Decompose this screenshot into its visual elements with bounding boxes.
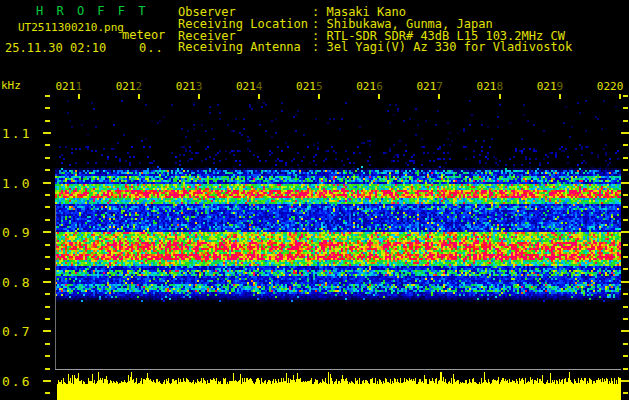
freq-minor-tick: [45, 306, 50, 308]
time-tick-label: 0212: [116, 81, 142, 92]
freq-minor-tick: [45, 219, 50, 221]
freq-minor-tick: [45, 107, 50, 109]
freq-minor-tick-right: [623, 318, 628, 320]
freq-minor-tick: [45, 169, 50, 171]
antenna-label: Receiving Antenna: [178, 41, 301, 53]
freq-tick-label: 1.1: [2, 127, 38, 140]
freq-minor-tick-right: [623, 293, 628, 295]
antenna-value: : 3el Yagi(V) Az 330 for Vladivostok: [312, 41, 572, 53]
freq-minor-tick-right: [623, 256, 628, 258]
freq-minor-tick-right: [623, 268, 628, 270]
freq-minor-tick-right: [623, 343, 628, 345]
freq-minor-tick: [45, 343, 50, 345]
time-tick-label-last-digit: 5: [316, 80, 323, 93]
freq-minor-tick-right: [623, 107, 628, 109]
time-tick: [438, 94, 440, 99]
freq-minor-tick-right: [623, 219, 628, 221]
freq-minor-tick: [45, 293, 50, 295]
freq-minor-tick: [45, 157, 50, 159]
freq-major-tick-right: [620, 231, 629, 233]
time-tick-label: 0218: [477, 81, 503, 92]
freq-minor-tick: [45, 194, 50, 196]
time-tick: [258, 94, 260, 99]
freq-minor-tick-right: [623, 169, 628, 171]
freq-minor-tick-right: [623, 392, 628, 394]
output-filename: UT2511300210.png: [18, 22, 124, 33]
freq-major-tick: [43, 281, 51, 283]
freq-major-tick: [43, 182, 51, 184]
freq-minor-tick: [45, 392, 50, 394]
freq-major-tick-right: [620, 281, 629, 283]
spectrogram-canvas: [55, 100, 621, 369]
time-tick: [378, 94, 380, 99]
freq-major-tick-right: [620, 132, 629, 134]
time-tick-label: 0216: [356, 81, 382, 92]
hrofft-spectrogram-screen: H R O F F T UT2511300210.png meteor 25.1…: [0, 0, 629, 400]
time-tick-label-last-digit: 6: [376, 80, 383, 93]
freq-minor-tick-right: [623, 306, 628, 308]
y-axis-unit-label: kHz: [1, 80, 21, 91]
time-tick: [78, 94, 80, 99]
time-tick: [619, 94, 621, 99]
freq-major-tick: [43, 231, 51, 233]
freq-tick-label: 0.6: [2, 375, 38, 388]
freq-major-tick-right: [620, 380, 629, 382]
time-tick: [318, 94, 320, 99]
time-tick-label-last-digit: 8: [496, 80, 503, 93]
time-tick-label-last-digit: 1: [75, 80, 82, 93]
freq-minor-tick: [45, 206, 50, 208]
freq-minor-tick-right: [623, 194, 628, 196]
time-tick-label: 0211: [56, 81, 82, 92]
time-tick-label: 0213: [176, 81, 202, 92]
freq-major-tick-right: [620, 330, 629, 332]
freq-minor-tick: [45, 318, 50, 320]
freq-tick-label: 1.0: [2, 177, 38, 190]
freq-minor-tick: [45, 95, 50, 97]
time-tick-label: 0220: [597, 81, 623, 92]
freq-minor-tick: [45, 144, 50, 146]
time-tick-label-last-digit: 9: [557, 80, 564, 93]
time-tick-label: 0215: [296, 81, 322, 92]
freq-minor-tick: [45, 256, 50, 258]
freq-minor-tick-right: [623, 206, 628, 208]
freq-tick-label: 0.9: [2, 226, 38, 239]
time-tick-label: 0214: [236, 81, 262, 92]
plot-left-edge-line: [55, 205, 56, 369]
time-tick: [559, 94, 561, 99]
freq-major-tick: [43, 380, 51, 382]
time-tick-label-last-digit: 4: [256, 80, 263, 93]
freq-minor-tick-right: [623, 120, 628, 122]
freq-minor-tick: [45, 355, 50, 357]
time-tick-label-last-digit: 3: [196, 80, 203, 93]
freq-minor-tick: [45, 244, 50, 246]
time-tick-label: 0217: [416, 81, 442, 92]
signal-meter-canvas: [55, 370, 621, 400]
datetime-label: 25.11.30 02:10: [5, 42, 106, 54]
freq-minor-tick-right: [623, 244, 628, 246]
freq-minor-tick-right: [623, 144, 628, 146]
freq-minor-tick: [45, 120, 50, 122]
freq-minor-tick: [45, 368, 50, 370]
echo-counter: 0..: [139, 42, 164, 54]
time-tick: [198, 94, 200, 99]
app-title: H R O F F T: [36, 5, 148, 17]
freq-minor-tick-right: [623, 368, 628, 370]
freq-minor-tick-right: [623, 157, 628, 159]
freq-major-tick: [43, 330, 51, 332]
time-tick: [499, 94, 501, 99]
freq-tick-label: 0.7: [2, 325, 38, 338]
time-tick-label-last-digit: 2: [136, 80, 143, 93]
mode-label: meteor: [122, 29, 165, 41]
freq-minor-tick-right: [623, 95, 628, 97]
time-tick-label: 0219: [537, 81, 563, 92]
freq-minor-tick: [45, 268, 50, 270]
time-tick-label-last-digit: 7: [436, 80, 443, 93]
freq-tick-label: 0.8: [2, 276, 38, 289]
time-tick: [138, 94, 140, 99]
freq-minor-tick-right: [623, 355, 628, 357]
freq-major-tick-right: [620, 182, 629, 184]
freq-major-tick: [43, 132, 51, 134]
